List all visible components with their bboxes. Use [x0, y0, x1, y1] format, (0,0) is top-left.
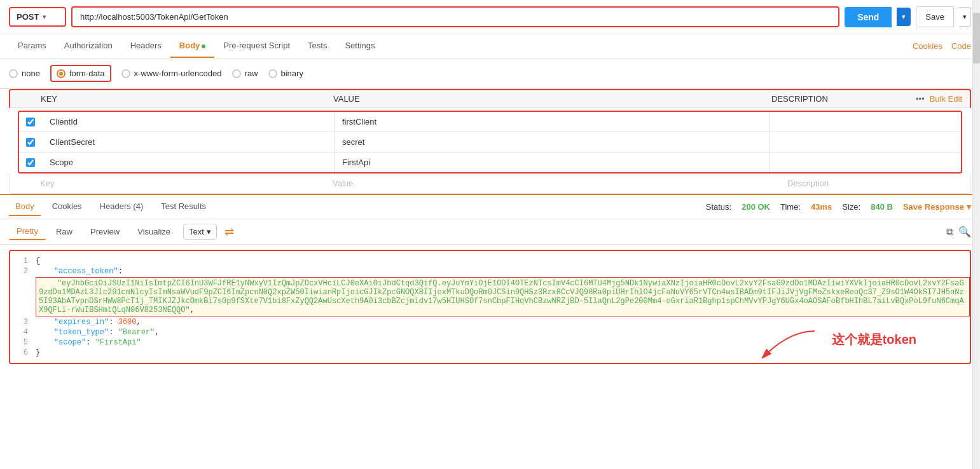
line-num-2b — [10, 277, 36, 316]
radio-none[interactable]: none — [9, 69, 40, 78]
time-value: 43ms — [811, 202, 832, 212]
radio-binary[interactable]: binary — [268, 69, 303, 78]
line-content-2b: "eyJhbGciOiJSUzI1NiIsImtpZCI6InU3WFJfRE1… — [36, 277, 970, 316]
method-select[interactable]: POST ▾ — [9, 7, 66, 27]
more-options-icon[interactable]: ••• — [916, 94, 925, 104]
method-label: POST — [17, 12, 39, 22]
line-4: 4 "token_type": "Bearer", — [10, 327, 970, 337]
send-button[interactable]: Send — [845, 7, 892, 27]
placeholder-value[interactable]: Value — [325, 177, 780, 189]
row-1-description[interactable] — [770, 117, 961, 127]
radio-none-circle — [9, 69, 18, 78]
response-tab-cookies[interactable]: Cookies — [46, 198, 88, 216]
placeholder-description[interactable]: Description — [780, 177, 970, 189]
cookies-link[interactable]: Cookies — [913, 41, 942, 51]
tab-params[interactable]: Params — [9, 34, 55, 58]
row-1-key[interactable]: ClientId — [42, 112, 335, 132]
wrap-icon[interactable]: ⇌ — [219, 224, 239, 240]
radio-raw-circle — [232, 69, 241, 78]
row-3-description[interactable] — [770, 158, 961, 168]
save-button[interactable]: Save — [916, 6, 954, 27]
save-response-button[interactable]: Save Response ▾ — [903, 202, 971, 212]
annotation-text: 这个就是token — [832, 331, 916, 350]
url-input[interactable] — [71, 6, 839, 27]
copy-icon[interactable]: ⧉ — [946, 226, 953, 238]
radio-raw-label: raw — [245, 69, 258, 78]
response-tabs-left: Body Cookies Headers (4) Test Results — [9, 198, 212, 216]
line-content-5: "scope": "FirstApi" — [36, 338, 970, 347]
tab-headers[interactable]: Headers — [121, 34, 170, 58]
placeholder-key[interactable]: Key — [32, 177, 325, 189]
row-1-checkbox[interactable] — [26, 118, 35, 126]
col-key-header: KEY — [41, 94, 333, 104]
radio-raw[interactable]: raw — [232, 69, 258, 78]
format-label: Text — [189, 227, 204, 236]
format-chevron-icon: ▾ — [207, 227, 211, 236]
table-row: ClientSecret secret — [19, 132, 961, 153]
row-2-description[interactable] — [770, 137, 961, 147]
size-label: Size: — [842, 202, 860, 212]
tab-body[interactable]: Body — [170, 34, 215, 58]
search-icon[interactable]: 🔍 — [958, 226, 971, 238]
row-2-value[interactable]: secret — [335, 132, 770, 152]
radio-form-data-label: form-data — [69, 69, 105, 78]
viewer-tab-pretty[interactable]: Pretty — [9, 223, 46, 240]
tab-settings[interactable]: Settings — [336, 34, 383, 58]
radio-urlencoded-circle — [121, 69, 130, 78]
body-types: none form-data x-www-form-urlencoded raw… — [0, 58, 980, 89]
row-3-value[interactable]: FirstApi — [335, 153, 770, 172]
row-2-key[interactable]: ClientSecret — [42, 132, 335, 152]
viewer-tab-raw[interactable]: Raw — [48, 224, 80, 240]
radio-form-data[interactable]: form-data — [50, 65, 111, 82]
line-content-3: "expires_in": 3600, — [36, 318, 970, 327]
bulk-edit-button[interactable]: Bulk Edit — [930, 94, 962, 104]
code-link[interactable]: Code — [951, 41, 971, 51]
response-tab-test-results[interactable]: Test Results — [155, 198, 212, 216]
status-value: 200 OK — [742, 202, 770, 212]
response-tabs-bar: Body Cookies Headers (4) Test Results St… — [0, 194, 980, 219]
line-num-1: 1 — [10, 257, 36, 266]
scrollbar[interactable] — [972, 0, 980, 369]
line-num-6: 6 — [10, 348, 36, 357]
row-3-checkbox[interactable] — [26, 158, 35, 167]
main-tabs-bar: Params Authorization Headers Body Pre-re… — [0, 34, 980, 58]
line-content-1: { — [36, 257, 970, 266]
response-tab-body[interactable]: Body — [9, 198, 41, 216]
viewer-tab-visualize[interactable]: Visualize — [130, 224, 178, 240]
line-num-4: 4 — [10, 328, 36, 337]
row-2-checkbox[interactable] — [26, 138, 35, 147]
radio-none-label: none — [22, 69, 40, 78]
main-tabs-right: Cookies Code — [913, 41, 971, 51]
line-3: 3 "expires_in": 3600, — [10, 317, 970, 327]
row-1-value[interactable]: firstClient — [335, 112, 770, 132]
time-label: Time: — [780, 202, 801, 212]
placeholder-row: Key Value Description — [9, 173, 971, 194]
send-dropdown-button[interactable]: ▾ — [897, 8, 911, 26]
line-6: 6 } — [10, 348, 970, 358]
status-label: Status: — [706, 202, 731, 212]
radio-urlencoded[interactable]: x-www-form-urlencoded — [121, 69, 222, 78]
col-value-header: VALUE — [333, 94, 771, 104]
scrollbar-thumb[interactable] — [973, 13, 980, 64]
tab-tests[interactable]: Tests — [299, 34, 336, 58]
line-num-3: 3 — [10, 318, 36, 327]
format-select[interactable]: Text ▾ — [183, 224, 217, 240]
radio-form-data-circle — [57, 69, 66, 78]
tab-authorization[interactable]: Authorization — [55, 34, 121, 58]
save-dropdown-button[interactable]: ▾ — [959, 7, 971, 27]
tab-pre-request-script[interactable]: Pre-request Script — [214, 34, 299, 58]
form-data-rows: ClientId firstClient ClientSecret secret… — [18, 111, 962, 173]
method-chevron-icon: ▾ — [43, 13, 46, 20]
row-3-key[interactable]: Scope — [42, 153, 335, 172]
response-status-bar: Status: 200 OK Time: 43ms Size: 840 B Sa… — [706, 202, 971, 212]
viewer-tab-preview[interactable]: Preview — [83, 224, 127, 240]
line-content-2: "access_token": — [36, 267, 970, 276]
line-content-4: "token_type": "Bearer", — [36, 328, 970, 337]
viewer-tabs-bar: Pretty Raw Preview Visualize Text ▾ ⇌ ⧉ … — [0, 219, 980, 245]
radio-binary-circle — [268, 69, 277, 78]
line-2: 2 "access_token": — [10, 266, 970, 276]
response-tab-headers[interactable]: Headers (4) — [93, 198, 150, 216]
line-2b: "eyJhbGciOiJSUzI1NiIsImtpZCI6InU3WFJfRE1… — [10, 276, 970, 317]
line-1: 1 { — [10, 256, 970, 266]
table-row: Scope FirstApi — [19, 153, 961, 172]
